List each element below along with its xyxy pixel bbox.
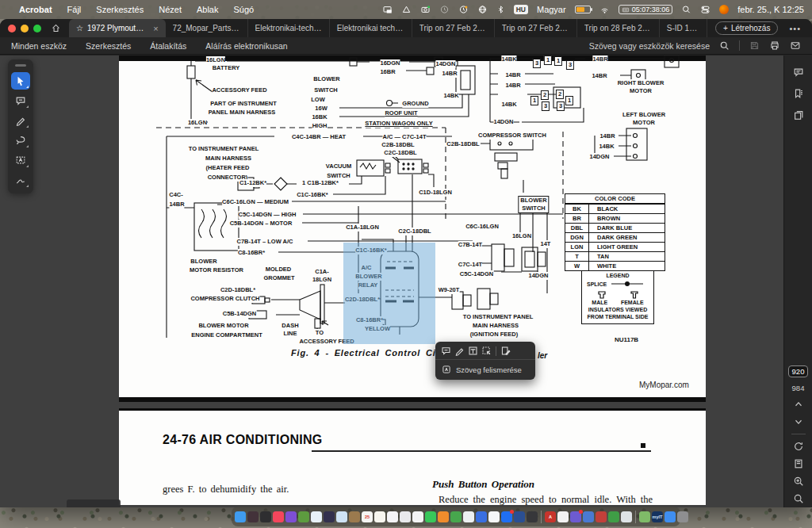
status-orb-icon[interactable] bbox=[719, 5, 729, 14]
dock-icon-trash[interactable] bbox=[677, 511, 688, 522]
create-button[interactable]: + Létrehozás bbox=[715, 21, 778, 35]
dock-icon-red-app[interactable] bbox=[596, 511, 607, 522]
tab-overflow-button[interactable]: ••• bbox=[789, 24, 801, 33]
input-source-badge[interactable]: HU bbox=[514, 5, 528, 14]
dock-icon-photo-booth[interactable] bbox=[247, 511, 259, 522]
dock-icon-app-store[interactable] bbox=[501, 511, 512, 522]
dock-icon-minecraft[interactable] bbox=[298, 511, 309, 522]
print-icon[interactable] bbox=[769, 40, 780, 51]
bookmarks-panel-button[interactable] bbox=[793, 88, 804, 99]
dock-icon-music[interactable] bbox=[273, 511, 284, 522]
text-box-tool-button[interactable] bbox=[11, 151, 30, 169]
dock-icon-siri[interactable] bbox=[285, 511, 297, 522]
dock-icon-calendar[interactable]: 25 bbox=[362, 511, 373, 522]
dock-icon-sphere-app[interactable] bbox=[527, 511, 538, 522]
edit-icon[interactable] bbox=[500, 346, 511, 356]
menu-szerkesztés[interactable]: Szerkesztés bbox=[96, 5, 144, 14]
toolbar-item-0[interactable]: Minden eszköz bbox=[11, 41, 67, 51]
camera-icon[interactable] bbox=[420, 5, 431, 14]
home-icon[interactable] bbox=[51, 23, 61, 33]
window-controls[interactable] bbox=[8, 25, 41, 33]
clock-dim-icon[interactable] bbox=[439, 5, 450, 14]
battery-icon[interactable] bbox=[575, 6, 591, 13]
close-window-button[interactable] bbox=[8, 25, 16, 33]
input-language-label[interactable]: Magyar bbox=[537, 5, 566, 14]
sign-tool-button[interactable] bbox=[11, 171, 30, 189]
document-tab-0[interactable]: ☆1972 Plymouth Chassis...× bbox=[69, 19, 166, 37]
dock-icon-shared-folder[interactable] bbox=[665, 511, 676, 522]
wifi-icon[interactable] bbox=[599, 5, 610, 14]
draw-tool-button[interactable] bbox=[11, 112, 30, 129]
comment-tool-button[interactable] bbox=[11, 92, 30, 109]
menu-súgó[interactable]: Súgó bbox=[234, 5, 255, 14]
dock-icon-clock-app[interactable] bbox=[557, 511, 569, 522]
search-label[interactable]: Szöveg vagy eszközök keresése bbox=[589, 41, 710, 51]
document-viewport[interactable]: 920984 bbox=[0, 55, 812, 507]
document-tab-6[interactable]: Trip on 28 Feb 25 - PNR... bbox=[577, 19, 660, 37]
dock-icon-files-folder[interactable] bbox=[349, 511, 360, 522]
select-tool-button[interactable] bbox=[11, 72, 30, 90]
dock-icon-notes[interactable] bbox=[374, 511, 385, 522]
page-thumbnails-button[interactable] bbox=[793, 109, 804, 121]
dock-icon-blue-app-2[interactable] bbox=[583, 511, 594, 522]
dock-icon-books[interactable] bbox=[488, 511, 500, 522]
toolbar-item-2[interactable]: Átalakítás bbox=[150, 41, 186, 51]
document-tab-1[interactable]: 72_Mopar_Parts_Catalo... bbox=[166, 19, 248, 37]
dock-icon-green-game[interactable] bbox=[608, 511, 619, 522]
dock-icon-myit[interactable]: myIT bbox=[652, 511, 663, 522]
page-display-button[interactable] bbox=[793, 458, 804, 469]
globe-icon[interactable] bbox=[477, 5, 488, 14]
dock-icon-tv[interactable] bbox=[514, 511, 525, 522]
zoom-out-button[interactable] bbox=[793, 493, 804, 504]
dock-icon-fitness[interactable] bbox=[400, 511, 411, 522]
dock-icon-safari[interactable] bbox=[311, 511, 322, 522]
spotlight-icon[interactable] bbox=[681, 5, 691, 14]
close-tab-icon[interactable]: × bbox=[153, 24, 158, 33]
menu-bar-clock[interactable]: febr. 25., K 12:25 bbox=[737, 5, 804, 14]
mail-icon[interactable] bbox=[790, 40, 801, 51]
dock-icon-utility-app[interactable] bbox=[621, 511, 632, 522]
dock-icon-photos[interactable] bbox=[412, 511, 423, 522]
ocr-menu-item[interactable]: Szöveg felismerése bbox=[435, 360, 535, 380]
save-icon[interactable] bbox=[749, 40, 760, 51]
menu-ablak[interactable]: Ablak bbox=[197, 5, 219, 14]
dock-icon-purple-app[interactable] bbox=[570, 511, 581, 522]
timer-badge[interactable]: 05:07:38:06 bbox=[619, 5, 673, 14]
dock-icon-downloads-stack[interactable] bbox=[639, 511, 650, 522]
dock-icon-facetime[interactable] bbox=[425, 511, 436, 522]
select-area-icon[interactable] bbox=[481, 346, 492, 356]
panel-drag-handle[interactable] bbox=[15, 64, 26, 67]
minimize-window-button[interactable] bbox=[21, 25, 29, 33]
next-page-button[interactable] bbox=[793, 416, 804, 427]
dock-icon-reminders[interactable] bbox=[387, 511, 398, 522]
previous-page-button[interactable] bbox=[793, 399, 804, 410]
clock-icon[interactable] bbox=[458, 5, 469, 14]
menu-fájl[interactable]: Fájl bbox=[67, 5, 82, 14]
menu-acrobat[interactable]: Acrobat bbox=[19, 5, 52, 14]
toolbar-item-3[interactable]: Aláírás elektronikusan bbox=[205, 41, 287, 51]
dock-icon-mail[interactable] bbox=[336, 511, 347, 522]
search-icon[interactable] bbox=[719, 40, 730, 51]
text-selection-highlight[interactable] bbox=[343, 243, 435, 344]
current-page-input[interactable]: 920 bbox=[788, 365, 809, 377]
document-tab-4[interactable]: Trip on 27 Feb 25 - PNR r... bbox=[412, 19, 495, 37]
dock-icon-dvd-player[interactable] bbox=[260, 511, 271, 522]
dock-icon-stocks[interactable] bbox=[450, 511, 462, 522]
dock-icon-blue-app[interactable] bbox=[476, 511, 487, 522]
lasso-tool-button[interactable] bbox=[11, 132, 30, 149]
comments-panel-button[interactable] bbox=[793, 67, 804, 78]
dock-icon-finder[interactable] bbox=[235, 511, 246, 522]
zoom-in-button[interactable] bbox=[793, 476, 804, 487]
zoom-window-button[interactable] bbox=[33, 25, 41, 33]
screen-mirroring-icon[interactable] bbox=[382, 5, 393, 14]
document-tab-5[interactable]: Trip on 27 Feb 25 - PNR r... bbox=[495, 19, 577, 37]
toolbar-item-1[interactable]: Szerkesztés bbox=[86, 41, 131, 51]
dock-icon-create-app[interactable] bbox=[438, 511, 449, 522]
bluetooth-icon[interactable] bbox=[496, 5, 505, 14]
menu-nézet[interactable]: Nézet bbox=[159, 5, 182, 14]
document-tab-3[interactable]: Elektronikai technikus 20... bbox=[330, 19, 412, 37]
triangle-icon[interactable] bbox=[401, 5, 412, 14]
document-tab-2[interactable]: Elektronikai-technikus-2... bbox=[248, 19, 330, 37]
star-icon[interactable]: ☆ bbox=[76, 24, 83, 33]
copy-table-icon[interactable] bbox=[468, 346, 478, 356]
